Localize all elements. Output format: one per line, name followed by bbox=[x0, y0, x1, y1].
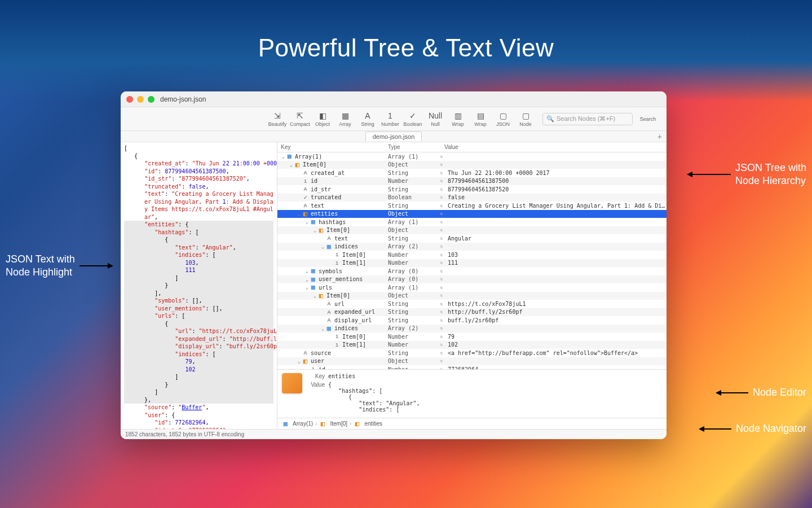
disclosure-icon[interactable]: ⌄ bbox=[297, 358, 302, 364]
disclosure-icon[interactable]: ⌄ bbox=[312, 227, 317, 233]
toolbar-null[interactable]: NullNull bbox=[424, 109, 447, 129]
tree-row[interactable]: A text String ⇅ Angular bbox=[277, 234, 667, 243]
disclosure-icon[interactable]: ⌄ bbox=[304, 277, 310, 282]
toolbar-array[interactable]: ▦Array bbox=[334, 109, 356, 129]
stepper-icon[interactable]: ⇅ bbox=[439, 178, 444, 183]
breadcrumb-item[interactable]: ◧Item[0] bbox=[319, 421, 347, 427]
tree-row[interactable]: ⌄ ▦ urls Array (1) ⇅ bbox=[277, 283, 667, 292]
search-input[interactable]: 🔍 Search Nodes (⌘+F) bbox=[542, 113, 633, 125]
json-line[interactable]: "created_at": "Thu Jun 22 21:00:00 +0000… bbox=[124, 160, 273, 168]
toolbar-number[interactable]: 1Number bbox=[379, 109, 401, 129]
json-line[interactable]: ], bbox=[124, 290, 273, 297]
json-line[interactable]: "id_str": "877994604561387520", bbox=[124, 175, 273, 183]
zoom-icon[interactable] bbox=[148, 96, 155, 103]
toolbar-string[interactable]: AString bbox=[356, 109, 379, 129]
tree-row[interactable]: A display_url String ⇅ buff.ly/2sr60pf bbox=[277, 316, 667, 325]
json-line[interactable]: "indices": [ bbox=[124, 251, 273, 259]
toolbar-wrap[interactable]: ▥Wrap bbox=[447, 109, 469, 129]
breadcrumb-item[interactable]: ◧entities bbox=[354, 421, 382, 427]
stepper-icon[interactable]: ⇅ bbox=[439, 351, 444, 356]
json-line[interactable]: }, bbox=[124, 396, 273, 404]
json-line[interactable]: "entities": { bbox=[124, 221, 273, 229]
stepper-icon[interactable]: ⇅ bbox=[439, 269, 444, 274]
editor-key-field[interactable]: entities bbox=[328, 373, 662, 379]
json-line[interactable]: [ bbox=[124, 144, 273, 152]
toolbar-compact[interactable]: ⇱Compact bbox=[289, 109, 311, 129]
json-line[interactable]: "user": { bbox=[124, 411, 273, 419]
toolbar-object[interactable]: ◧Object bbox=[311, 109, 334, 129]
search-button[interactable]: Search bbox=[634, 109, 662, 129]
disclosure-icon[interactable]: ⌄ bbox=[320, 326, 325, 331]
stepper-icon[interactable]: ⇅ bbox=[439, 236, 444, 241]
json-line[interactable]: "source": "Buffer", bbox=[124, 404, 273, 411]
breadcrumb[interactable]: ▦Array(1)›◧Item[0]›◧entities bbox=[277, 418, 667, 429]
tree-row[interactable]: A id_str String ⇅ 877994604561387520 bbox=[277, 185, 667, 194]
stepper-icon[interactable]: ⇅ bbox=[439, 227, 444, 233]
json-line[interactable]: "symbols": [], bbox=[124, 297, 273, 305]
tree-row[interactable]: 1 Item[0] Number ⇅ 79 bbox=[277, 332, 667, 341]
add-tab-button[interactable]: + bbox=[657, 132, 662, 141]
json-line[interactable]: 103, bbox=[124, 259, 273, 267]
stepper-icon[interactable]: ⇅ bbox=[439, 334, 444, 339]
disclosure-icon[interactable]: ⌄ bbox=[281, 154, 286, 159]
disclosure-icon[interactable]: ⌄ bbox=[304, 284, 310, 290]
tree-row[interactable]: ⌄ ◧ user Object ⇅ bbox=[277, 357, 667, 366]
json-line[interactable]: 79, bbox=[124, 358, 273, 366]
disclosure-icon[interactable]: ⌄ bbox=[304, 268, 310, 274]
stepper-icon[interactable]: ⇅ bbox=[439, 260, 444, 265]
tree-row[interactable]: ✓ truncated Boolean ⇅ false bbox=[277, 194, 667, 202]
tree-row[interactable]: ⌄ ▦ indices Array (2) ⇅ bbox=[277, 325, 667, 333]
stepper-icon[interactable]: ⇅ bbox=[439, 211, 444, 216]
stepper-icon[interactable]: ⇅ bbox=[439, 220, 444, 225]
stepper-icon[interactable]: ⇅ bbox=[439, 318, 444, 323]
toolbar-beautify[interactable]: ⇲Beautify bbox=[266, 109, 289, 129]
json-line[interactable]: 111 bbox=[124, 266, 273, 274]
json-line[interactable]: "expanded_url": "http://buff.ly/2sr60pf"… bbox=[124, 335, 273, 343]
tree-row[interactable]: A created_at String ⇅ Thu Jun 22 21:00:0… bbox=[277, 169, 667, 177]
json-line[interactable]: "truncated": false, bbox=[124, 183, 273, 191]
toolbar-node[interactable]: ▢Node bbox=[514, 109, 537, 129]
json-line[interactable]: ] bbox=[124, 388, 273, 396]
json-line[interactable]: "id": 772682964, bbox=[124, 419, 273, 427]
json-line[interactable]: "hashtags": [ bbox=[124, 229, 273, 237]
tree-row[interactable]: ⌄ ▦ indices Array (2) ⇅ bbox=[277, 243, 667, 251]
tree-row[interactable]: ⌄ ◧ Item[0] Object ⇅ bbox=[277, 226, 667, 235]
stepper-icon[interactable]: ⇅ bbox=[439, 162, 444, 167]
stepper-icon[interactable]: ⇅ bbox=[439, 301, 444, 306]
json-line[interactable]: "text": "Angular", bbox=[124, 244, 273, 252]
json-line[interactable]: "user_mentions": [], bbox=[124, 305, 273, 313]
minimize-icon[interactable] bbox=[137, 96, 144, 103]
tree-row[interactable]: A url String ⇅ https://t.co/xFox78juL1 bbox=[277, 300, 667, 308]
tree-row[interactable]: 1 Item[0] Number ⇅ 103 bbox=[277, 251, 667, 259]
disclosure-icon[interactable]: ⌄ bbox=[304, 219, 310, 225]
json-line[interactable]: { bbox=[124, 152, 273, 160]
json-line[interactable]: ] bbox=[124, 274, 273, 282]
tree-row[interactable]: ⌄ ▦ user_mentions Array (0) ⇅ bbox=[277, 275, 667, 284]
disclosure-icon[interactable]: ⌄ bbox=[289, 162, 294, 168]
tree-row[interactable]: 1 id Number ⇅ 772682964 bbox=[277, 365, 667, 369]
stepper-icon[interactable]: ⇅ bbox=[439, 277, 444, 282]
json-line[interactable]: 102 bbox=[124, 366, 273, 374]
toolbar-wrap[interactable]: ▤Wrap bbox=[469, 109, 492, 129]
json-text-pane[interactable]: [ { "created_at": "Thu Jun 22 21:00:00 +… bbox=[121, 142, 277, 429]
tree-row[interactable]: ⌄ ▦ hashtags Array (1) ⇅ bbox=[277, 218, 667, 226]
stepper-icon[interactable]: ⇅ bbox=[439, 309, 444, 314]
stepper-icon[interactable]: ⇅ bbox=[439, 293, 444, 298]
json-line[interactable]: "url": "https://t.co/xFox78juL1", bbox=[124, 327, 273, 335]
close-icon[interactable] bbox=[126, 96, 133, 103]
stepper-icon[interactable]: ⇅ bbox=[439, 342, 444, 347]
toolbar-json[interactable]: ▢JSON bbox=[492, 109, 514, 129]
tree-row[interactable]: ⌄ ◧ Item[0] Object ⇅ bbox=[277, 292, 667, 300]
document-tab[interactable]: demo-json.json bbox=[365, 132, 422, 141]
tree-row[interactable]: A text String ⇅ Creating a Grocery List … bbox=[277, 202, 667, 210]
tree-row[interactable]: 1 id Number ⇅ 877994604561387500 bbox=[277, 177, 667, 186]
json-line[interactable]: "id": 877994604561387500, bbox=[124, 168, 273, 176]
json-line[interactable]: "urls": [ bbox=[124, 312, 273, 320]
stepper-icon[interactable]: ⇅ bbox=[439, 252, 444, 257]
json-line[interactable]: { bbox=[124, 236, 273, 244]
stepper-icon[interactable]: ⇅ bbox=[439, 203, 444, 208]
tree-body[interactable]: ⌄ ▦ Array(1) Array (1) ⇅ ⌄ ◧ Item[0] Obj… bbox=[277, 152, 667, 369]
stepper-icon[interactable]: ⇅ bbox=[439, 187, 444, 192]
stepper-icon[interactable]: ⇅ bbox=[439, 195, 444, 200]
tree-row[interactable]: A expanded_url String ⇅ http://buff.ly/2… bbox=[277, 308, 667, 317]
